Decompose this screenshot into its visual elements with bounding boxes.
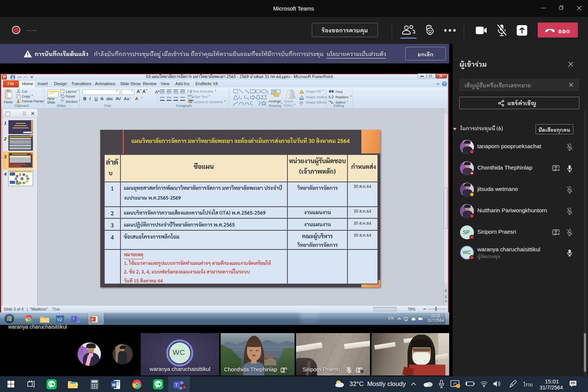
svg-text:+: +	[361, 370, 363, 373]
svg-text:W: W	[112, 383, 116, 387]
svg-text:+: +	[286, 370, 287, 373]
svg-text:T: T	[72, 317, 75, 321]
svg-text:a: a	[329, 95, 331, 99]
svg-text:A: A	[155, 90, 158, 94]
svg-text:V2: V2	[57, 317, 62, 322]
svg-text:P: P	[92, 318, 94, 321]
svg-text:T: T	[175, 383, 178, 388]
